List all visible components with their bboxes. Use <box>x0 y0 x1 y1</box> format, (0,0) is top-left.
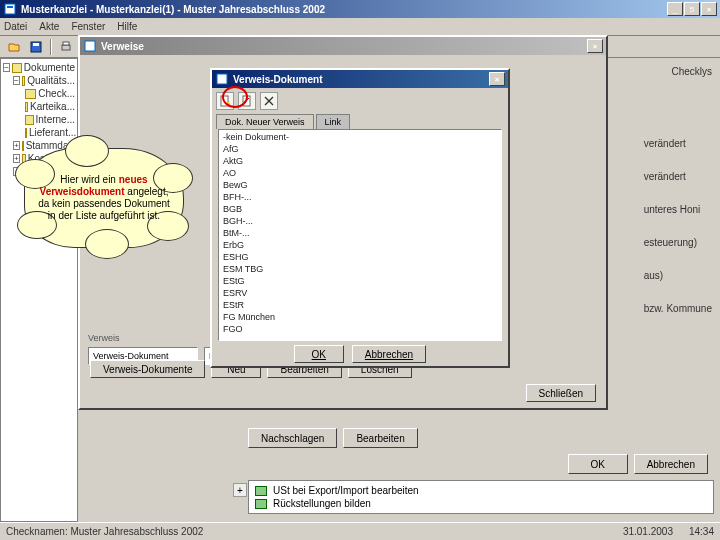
flag-icon <box>255 499 267 509</box>
delete-icon[interactable] <box>260 92 278 110</box>
folder-icon <box>25 128 27 138</box>
menu-hilfe[interactable]: Hilfe <box>117 21 137 32</box>
annotation-cloud: Hier wird ein neues Verweisdokument ange… <box>12 138 196 268</box>
tab-link[interactable]: Link <box>316 114 351 129</box>
menu-akte[interactable]: Akte <box>39 21 59 32</box>
app-icon <box>3 2 17 16</box>
bearbeiten-button[interactable]: Bearbeiten <box>343 428 417 448</box>
folder-icon <box>25 115 34 125</box>
tab-neuer-verweis[interactable]: Dok. Neuer Verweis <box>216 114 314 129</box>
checklist-heading: Checklys <box>671 66 712 77</box>
dialog-title: Verweis-Dokument <box>233 74 489 85</box>
menu-fenster[interactable]: Fenster <box>71 21 105 32</box>
tree-item[interactable]: −Qualitäts... <box>3 74 75 87</box>
tree-panel[interactable]: −Dokumente −Qualitäts... Check... Kartei… <box>0 58 78 522</box>
list-item: unteres Honi <box>644 204 712 215</box>
schliessen-button[interactable]: Schließen <box>526 384 596 402</box>
svg-rect-3 <box>33 43 39 46</box>
list-item[interactable]: AfG <box>221 143 499 155</box>
edit-icon[interactable] <box>238 92 256 110</box>
restore-button[interactable]: 5 <box>684 2 700 16</box>
list-item[interactable]: EStR <box>221 299 499 311</box>
verweis-dokument-dialog: Verweis-Dokument × Dok. Neuer Verweis Li… <box>210 68 510 368</box>
new-doc-icon[interactable] <box>216 92 234 110</box>
ok-button[interactable]: OK <box>294 345 344 363</box>
list-item: verändert <box>644 171 712 182</box>
list-item: esteuerung) <box>644 237 712 248</box>
svg-rect-5 <box>63 42 69 45</box>
list-item[interactable]: BGH-... <box>221 215 499 227</box>
folder-icon <box>12 63 22 73</box>
statusbar: Checknamen: Muster Jahresabschluss 2002 … <box>0 522 720 540</box>
expand-icon[interactable]: + <box>233 483 247 497</box>
close-button[interactable]: × <box>701 2 717 16</box>
app-titlebar: Musterkanzlei - Musterkanzlei(1) - Muste… <box>0 0 720 18</box>
svg-rect-12 <box>85 41 95 51</box>
tool-print-icon[interactable] <box>56 38 76 56</box>
folder-icon <box>22 76 26 86</box>
minimize-button[interactable]: _ <box>667 2 683 16</box>
list-item: aus) <box>644 270 712 281</box>
flag-icon <box>255 486 267 496</box>
svg-rect-4 <box>62 45 70 50</box>
app-title: Musterkanzlei - Musterkanzlei(1) - Muste… <box>21 4 667 15</box>
tool-open-icon[interactable] <box>4 38 24 56</box>
nachschlagen-button[interactable]: Nachschlagen <box>248 428 337 448</box>
list-item[interactable]: AktG <box>221 155 499 167</box>
list-item[interactable]: -kein Dokument- <box>221 131 499 143</box>
close-button[interactable]: × <box>489 72 505 86</box>
list-item[interactable]: BGB <box>221 203 499 215</box>
annotation-text: Hier wird ein neues Verweisdokument ange… <box>37 174 171 222</box>
folder-icon <box>25 102 28 112</box>
dialog-title: Verweise <box>101 41 587 52</box>
svg-rect-0 <box>5 4 15 14</box>
list-item: bzw. Kommune <box>644 303 712 314</box>
svg-rect-1 <box>7 6 13 8</box>
list-item[interactable]: ErbG <box>221 239 499 251</box>
tool-save-icon[interactable] <box>26 38 46 56</box>
checklist-item[interactable]: USt bei Export/Import bearbeiten <box>255 484 707 497</box>
status-text: Checknamen: Muster Jahresabschluss 2002 <box>6 526 203 537</box>
list-item[interactable]: ESHG <box>221 251 499 263</box>
list-item[interactable]: ESRV <box>221 287 499 299</box>
menubar: Datei Akte Fenster Hilfe <box>0 18 720 36</box>
list-item[interactable]: BFH-... <box>221 191 499 203</box>
folder-icon <box>25 89 36 99</box>
checklist-item[interactable]: Rückstellungen bilden <box>255 497 707 510</box>
dialog-icon <box>215 72 229 86</box>
list-item[interactable]: ESM TBG <box>221 263 499 275</box>
close-button[interactable]: × <box>587 39 603 53</box>
tree-item[interactable]: Check... <box>3 87 75 100</box>
list-item[interactable]: AO <box>221 167 499 179</box>
menu-datei[interactable]: Datei <box>4 21 27 32</box>
tree-root[interactable]: −Dokumente <box>3 61 75 74</box>
status-time: 14:34 <box>689 526 714 537</box>
checklist-panel: + USt bei Export/Import bearbeiten Rücks… <box>248 480 714 514</box>
tree-item[interactable]: Interne... <box>3 113 75 126</box>
dokument-list[interactable]: -kein Dokument- AfG AktG AO BewG BFH-...… <box>218 129 502 341</box>
list-item[interactable]: FG München <box>221 311 499 323</box>
list-item[interactable]: FGO <box>221 323 499 335</box>
section-label: Verweis <box>88 333 120 343</box>
ok-button[interactable]: OK <box>568 454 628 474</box>
svg-point-15 <box>226 102 230 106</box>
tool-separator <box>50 39 52 55</box>
list-item[interactable]: BtM-... <box>221 227 499 239</box>
svg-rect-13 <box>217 74 227 84</box>
abbrechen-button[interactable]: Abbrechen <box>634 454 708 474</box>
verweis-dokumente-button[interactable]: Verweis-Dokumente <box>90 360 205 378</box>
dialog-icon <box>83 39 97 53</box>
tree-item[interactable]: Karteika... <box>3 100 75 113</box>
list-item[interactable]: BewG <box>221 179 499 191</box>
list-item: verändert <box>644 138 712 149</box>
list-item[interactable]: EStG <box>221 275 499 287</box>
status-date: 31.01.2003 <box>623 526 673 537</box>
abbrechen-button[interactable]: Abbrechen <box>352 345 426 363</box>
